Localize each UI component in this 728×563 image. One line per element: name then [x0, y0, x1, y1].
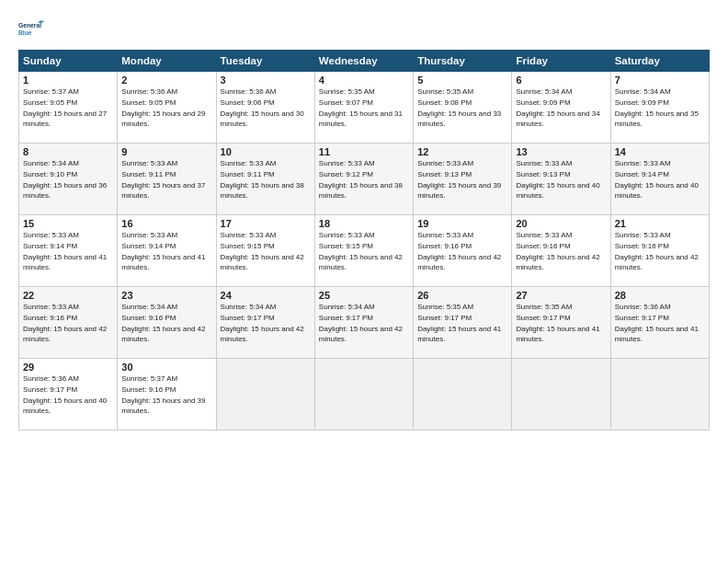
cell-info: Sunrise: 5:33 AMSunset: 9:13 PMDaylight:… [516, 159, 599, 200]
day-number: 2 [121, 75, 211, 86]
calendar-week-5: 29 Sunrise: 5:36 AMSunset: 9:17 PMDaylig… [19, 359, 710, 431]
cell-info: Sunrise: 5:33 AMSunset: 9:14 PMDaylight:… [121, 231, 205, 271]
calendar-page: General Blue SundayMondayTuesdayWednesda… [0, 0, 728, 563]
calendar-cell: 24 Sunrise: 5:34 AMSunset: 9:17 PMDaylig… [216, 287, 314, 359]
cell-info: Sunrise: 5:35 AMSunset: 9:17 PMDaylight:… [516, 303, 599, 343]
day-number: 14 [615, 146, 705, 157]
calendar-cell [512, 359, 610, 431]
cell-info: Sunrise: 5:35 AMSunset: 9:07 PMDaylight:… [319, 87, 403, 128]
cell-info: Sunrise: 5:33 AMSunset: 9:11 PMDaylight:… [221, 159, 304, 200]
day-number: 30 [121, 362, 211, 373]
calendar-cell: 15 Sunrise: 5:33 AMSunset: 9:14 PMDaylig… [19, 215, 118, 287]
calendar-cell [314, 359, 413, 431]
header-row: SundayMondayTuesdayWednesdayThursdayFrid… [19, 51, 710, 72]
day-number: 3 [221, 75, 311, 86]
day-number: 19 [417, 218, 507, 229]
cell-info: Sunrise: 5:33 AMSunset: 9:16 PMDaylight:… [615, 231, 699, 271]
calendar-table: SundayMondayTuesdayWednesdayThursdayFrid… [18, 50, 710, 431]
calendar-cell: 21 Sunrise: 5:33 AMSunset: 9:16 PMDaylig… [610, 215, 709, 287]
calendar-cell: 23 Sunrise: 5:34 AMSunset: 9:16 PMDaylig… [118, 287, 216, 359]
calendar-cell: 5 Sunrise: 5:35 AMSunset: 9:08 PMDayligh… [414, 72, 512, 144]
day-number: 9 [121, 146, 211, 157]
day-number: 1 [23, 75, 113, 86]
col-header-sunday: Sunday [19, 51, 118, 72]
cell-info: Sunrise: 5:36 AMSunset: 9:17 PMDaylight:… [23, 374, 107, 415]
day-number: 16 [121, 218, 211, 229]
day-number: 28 [615, 290, 705, 301]
calendar-cell: 25 Sunrise: 5:34 AMSunset: 9:17 PMDaylig… [314, 287, 413, 359]
day-number: 22 [23, 290, 113, 301]
calendar-cell: 3 Sunrise: 5:36 AMSunset: 9:06 PMDayligh… [216, 72, 314, 144]
cell-info: Sunrise: 5:33 AMSunset: 9:12 PMDaylight:… [319, 159, 403, 200]
col-header-monday: Monday [118, 51, 216, 72]
day-number: 20 [516, 218, 606, 229]
day-number: 6 [516, 75, 606, 86]
day-number: 5 [417, 75, 507, 86]
cell-info: Sunrise: 5:33 AMSunset: 9:14 PMDaylight:… [23, 231, 107, 271]
svg-text:General: General [18, 22, 41, 29]
day-number: 15 [23, 218, 113, 229]
day-number: 4 [319, 75, 409, 86]
calendar-cell: 11 Sunrise: 5:33 AMSunset: 9:12 PMDaylig… [314, 144, 413, 215]
day-number: 29 [23, 362, 113, 373]
calendar-cell: 22 Sunrise: 5:33 AMSunset: 9:16 PMDaylig… [19, 287, 118, 359]
calendar-cell [610, 359, 709, 431]
cell-info: Sunrise: 5:35 AMSunset: 9:08 PMDaylight:… [417, 87, 501, 128]
cell-info: Sunrise: 5:34 AMSunset: 9:17 PMDaylight:… [221, 303, 304, 343]
day-number: 11 [319, 146, 409, 157]
cell-info: Sunrise: 5:34 AMSunset: 9:10 PMDaylight:… [23, 159, 107, 200]
logo-icon: General Blue [18, 17, 44, 42]
calendar-cell: 20 Sunrise: 5:33 AMSunset: 9:16 PMDaylig… [512, 215, 610, 287]
cell-info: Sunrise: 5:36 AMSunset: 9:05 PMDaylight:… [121, 87, 205, 128]
calendar-cell: 2 Sunrise: 5:36 AMSunset: 9:05 PMDayligh… [118, 72, 216, 144]
col-header-wednesday: Wednesday [314, 51, 413, 72]
cell-info: Sunrise: 5:34 AMSunset: 9:16 PMDaylight:… [121, 303, 205, 343]
day-number: 27 [516, 290, 606, 301]
col-header-thursday: Thursday [414, 51, 512, 72]
logo: General Blue [18, 17, 44, 42]
day-number: 12 [417, 146, 507, 157]
calendar-cell: 29 Sunrise: 5:36 AMSunset: 9:17 PMDaylig… [19, 359, 118, 431]
calendar-cell: 30 Sunrise: 5:37 AMSunset: 9:16 PMDaylig… [118, 359, 216, 431]
cell-info: Sunrise: 5:34 AMSunset: 9:09 PMDaylight:… [516, 87, 599, 128]
cell-info: Sunrise: 5:33 AMSunset: 9:16 PMDaylight:… [23, 303, 107, 343]
cell-info: Sunrise: 5:33 AMSunset: 9:16 PMDaylight:… [417, 231, 501, 271]
cell-info: Sunrise: 5:35 AMSunset: 9:17 PMDaylight:… [417, 303, 501, 343]
cell-info: Sunrise: 5:33 AMSunset: 9:15 PMDaylight:… [319, 231, 403, 271]
day-number: 10 [221, 146, 311, 157]
day-number: 18 [319, 218, 409, 229]
day-number: 23 [121, 290, 211, 301]
cell-info: Sunrise: 5:33 AMSunset: 9:16 PMDaylight:… [516, 231, 599, 271]
calendar-cell: 14 Sunrise: 5:33 AMSunset: 9:14 PMDaylig… [610, 144, 709, 215]
calendar-cell: 12 Sunrise: 5:33 AMSunset: 9:13 PMDaylig… [414, 144, 512, 215]
cell-info: Sunrise: 5:33 AMSunset: 9:13 PMDaylight:… [417, 159, 501, 200]
cell-info: Sunrise: 5:33 AMSunset: 9:11 PMDaylight:… [121, 159, 205, 200]
calendar-cell: 26 Sunrise: 5:35 AMSunset: 9:17 PMDaylig… [414, 287, 512, 359]
svg-marker-2 [38, 20, 44, 22]
calendar-cell [216, 359, 314, 431]
cell-info: Sunrise: 5:37 AMSunset: 9:16 PMDaylight:… [121, 374, 205, 415]
day-number: 24 [221, 290, 311, 301]
calendar-cell: 18 Sunrise: 5:33 AMSunset: 9:15 PMDaylig… [314, 215, 413, 287]
calendar-week-3: 15 Sunrise: 5:33 AMSunset: 9:14 PMDaylig… [19, 215, 710, 287]
calendar-cell [414, 359, 512, 431]
cell-info: Sunrise: 5:33 AMSunset: 9:15 PMDaylight:… [221, 231, 304, 271]
day-number: 26 [417, 290, 507, 301]
calendar-cell: 13 Sunrise: 5:33 AMSunset: 9:13 PMDaylig… [512, 144, 610, 215]
calendar-cell: 28 Sunrise: 5:36 AMSunset: 9:17 PMDaylig… [610, 287, 709, 359]
calendar-cell: 10 Sunrise: 5:33 AMSunset: 9:11 PMDaylig… [216, 144, 314, 215]
calendar-cell: 7 Sunrise: 5:34 AMSunset: 9:09 PMDayligh… [610, 72, 709, 144]
day-number: 13 [516, 146, 606, 157]
calendar-cell: 4 Sunrise: 5:35 AMSunset: 9:07 PMDayligh… [314, 72, 413, 144]
calendar-cell: 6 Sunrise: 5:34 AMSunset: 9:09 PMDayligh… [512, 72, 610, 144]
cell-info: Sunrise: 5:33 AMSunset: 9:14 PMDaylight:… [615, 159, 699, 200]
cell-info: Sunrise: 5:37 AMSunset: 9:05 PMDaylight:… [23, 87, 107, 128]
day-number: 21 [615, 218, 705, 229]
header: General Blue [18, 17, 710, 42]
calendar-cell: 8 Sunrise: 5:34 AMSunset: 9:10 PMDayligh… [19, 144, 118, 215]
day-number: 17 [221, 218, 311, 229]
calendar-cell: 9 Sunrise: 5:33 AMSunset: 9:11 PMDayligh… [118, 144, 216, 215]
col-header-tuesday: Tuesday [216, 51, 314, 72]
col-header-friday: Friday [512, 51, 610, 72]
calendar-cell: 17 Sunrise: 5:33 AMSunset: 9:15 PMDaylig… [216, 215, 314, 287]
